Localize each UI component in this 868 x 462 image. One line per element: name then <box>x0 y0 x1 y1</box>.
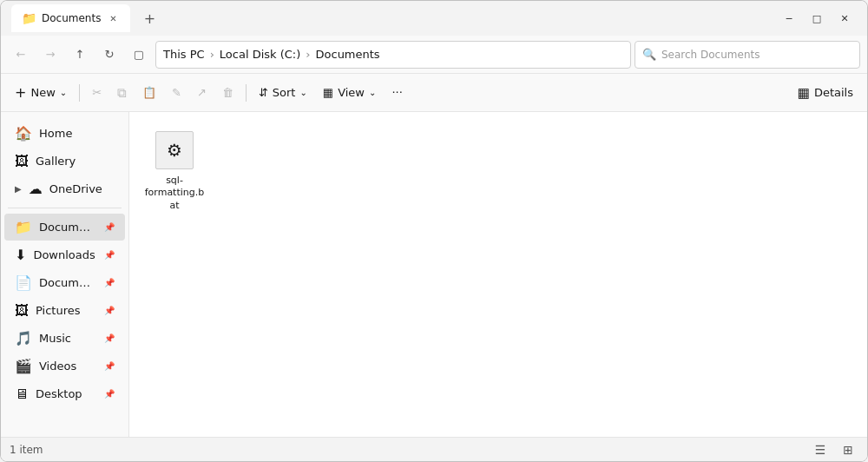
close-button[interactable]: ✕ <box>832 6 857 30</box>
breadcrumb-sep-1: › <box>210 48 214 61</box>
sort-chevron-icon: ⌄ <box>299 88 306 97</box>
sidebar-music-label: Music <box>39 332 97 345</box>
new-tab-button[interactable]: + <box>137 6 161 30</box>
list-view-icon: ☰ <box>815 443 826 457</box>
tab-close-button[interactable]: ✕ <box>106 11 120 25</box>
breadcrumb-thispc[interactable]: This PC <box>163 48 205 61</box>
documents-folder-icon: 📁 <box>15 219 32 235</box>
onedrive-expand-icon: ▶ <box>15 184 22 194</box>
sort-icon: ⇵ <box>259 86 268 99</box>
gears-icon: ⚙️ <box>167 142 182 159</box>
sidebar-item-desktop[interactable]: 🖥 Desktop 📌 <box>4 380 125 407</box>
file-icon-wrapper: ⚙️ <box>154 129 195 171</box>
sidebar-documents2-label: Documents <box>39 276 97 289</box>
sidebar-desktop-label: Desktop <box>36 387 97 400</box>
desktop-icon: 🖥 <box>15 386 29 402</box>
grid-view-icon: ⊞ <box>843 443 853 457</box>
downloads-pin-icon: 📌 <box>104 250 115 260</box>
title-bar-left: 📁 Documents ✕ + <box>11 4 777 32</box>
documents2-icon: 📄 <box>15 274 32 291</box>
sidebar-gallery-label: Gallery <box>36 155 115 168</box>
breadcrumb-sep-2: › <box>306 48 310 61</box>
share-button[interactable]: ↗ <box>190 79 214 107</box>
sidebar-item-documents2[interactable]: 📄 Documents 📌 <box>4 269 125 296</box>
search-icon: 🔍 <box>642 48 656 61</box>
tab-close-icon: ✕ <box>109 14 116 23</box>
breadcrumb-thispc-label: This PC <box>163 48 205 61</box>
details-icon: ▦ <box>798 85 810 101</box>
desktop-pin-icon: 📌 <box>104 389 115 399</box>
search-placeholder: Search Documents <box>661 49 760 61</box>
up-button[interactable]: ↑ <box>67 42 93 68</box>
title-bar-controls: ─ □ ✕ <box>777 6 857 30</box>
details-label: Details <box>814 86 853 99</box>
title-bar: 📁 Documents ✕ + ─ □ ✕ <box>1 1 867 36</box>
videos-icon: 🎬 <box>15 358 32 374</box>
cut-icon: ✂ <box>92 86 102 99</box>
view-button[interactable]: ▦ View ⌄ <box>316 79 384 107</box>
music-pin-icon: 📌 <box>104 333 115 343</box>
sidebar-pictures-label: Pictures <box>36 304 97 317</box>
music-icon: 🎵 <box>15 330 32 346</box>
sidebar: 🏠 Home 🖼 Gallery ▶ ☁ OneDrive 📁 Document… <box>1 112 129 437</box>
file-name: sql-formatting.bat <box>143 175 206 212</box>
sidebar-item-downloads[interactable]: ⬇ Downloads 📌 <box>4 241 125 268</box>
bat-file-icon: ⚙️ <box>155 131 194 169</box>
tab-folder-icon: 📁 <box>22 11 36 25</box>
new-chevron-icon: ⌄ <box>60 88 67 97</box>
file-area[interactable]: ⚙️ sql-formatting.bat <box>129 112 867 437</box>
minimize-button[interactable]: ─ <box>777 6 801 30</box>
grid-view-button[interactable]: ⊞ <box>838 439 858 460</box>
copy-icon: ⧉ <box>117 85 127 101</box>
copy-button[interactable]: ⧉ <box>110 79 134 107</box>
breadcrumb-documents[interactable]: Documents <box>316 48 380 61</box>
breadcrumb-localdisk-label: Local Disk (C:) <box>220 48 300 61</box>
tab-title: Documents <box>42 12 101 24</box>
refresh-button[interactable]: ↻ <box>96 42 122 68</box>
paste-button[interactable]: 📋 <box>135 79 163 107</box>
cut-button[interactable]: ✂ <box>85 79 108 107</box>
sidebar-home-label: Home <box>39 127 115 140</box>
search-box[interactable]: 🔍 Search Documents <box>635 41 860 69</box>
sidebar-item-onedrive[interactable]: ▶ ☁ OneDrive <box>4 175 125 202</box>
file-item-sql-formatting[interactable]: ⚙️ sql-formatting.bat <box>140 122 209 219</box>
new-label: New <box>30 86 55 99</box>
breadcrumb-localdisk[interactable]: Local Disk (C:) <box>220 48 300 61</box>
paste-icon: 📋 <box>142 86 156 99</box>
sidebar-item-pictures[interactable]: 🖼 Pictures 📌 <box>4 297 125 324</box>
list-view-button[interactable]: ☰ <box>810 439 831 460</box>
gallery-icon: 🖼 <box>15 153 29 169</box>
new-button[interactable]: + New ⌄ <box>8 79 74 107</box>
maximize-icon: □ <box>812 13 821 24</box>
more-button[interactable]: ··· <box>385 79 409 107</box>
sidebar-downloads-label: Downloads <box>33 248 97 261</box>
close-icon: ✕ <box>840 13 848 24</box>
file-grid: ⚙️ sql-formatting.bat <box>140 122 857 219</box>
delete-button[interactable]: 🗑 <box>215 79 240 107</box>
location-icon: ▢ <box>126 42 152 68</box>
status-right: ☰ ⊞ <box>810 439 858 460</box>
sidebar-item-videos[interactable]: 🎬 Videos 📌 <box>4 353 125 380</box>
sidebar-item-gallery[interactable]: 🖼 Gallery <box>4 148 125 175</box>
sidebar-item-home[interactable]: 🏠 Home <box>4 120 125 147</box>
forward-button[interactable]: → <box>37 42 63 68</box>
details-button[interactable]: ▦ Details <box>791 79 860 107</box>
sidebar-onedrive-label: OneDrive <box>49 182 115 195</box>
breadcrumb-documents-label: Documents <box>316 48 380 61</box>
back-button[interactable]: ← <box>8 42 34 68</box>
pictures-pin-icon: 📌 <box>104 306 115 315</box>
active-tab[interactable]: 📁 Documents ✕ <box>11 4 130 32</box>
rename-button[interactable]: ✎ <box>165 79 188 107</box>
toolbar-sep-1 <box>79 84 80 102</box>
view-label: View <box>338 86 365 99</box>
videos-pin-icon: 📌 <box>104 361 115 371</box>
address-bar[interactable]: This PC › Local Disk (C:) › Documents <box>155 41 631 69</box>
status-bar: 1 item ☰ ⊞ <box>1 437 867 461</box>
sidebar-item-documents[interactable]: 📁 Documents 📌 <box>4 214 125 241</box>
new-plus-icon: + <box>15 84 26 101</box>
minimize-icon: ─ <box>786 13 792 24</box>
new-tab-icon: + <box>144 10 155 27</box>
maximize-button[interactable]: □ <box>805 6 829 30</box>
sort-button[interactable]: ⇵ Sort ⌄ <box>252 79 314 107</box>
sidebar-item-music[interactable]: 🎵 Music 📌 <box>4 325 125 352</box>
